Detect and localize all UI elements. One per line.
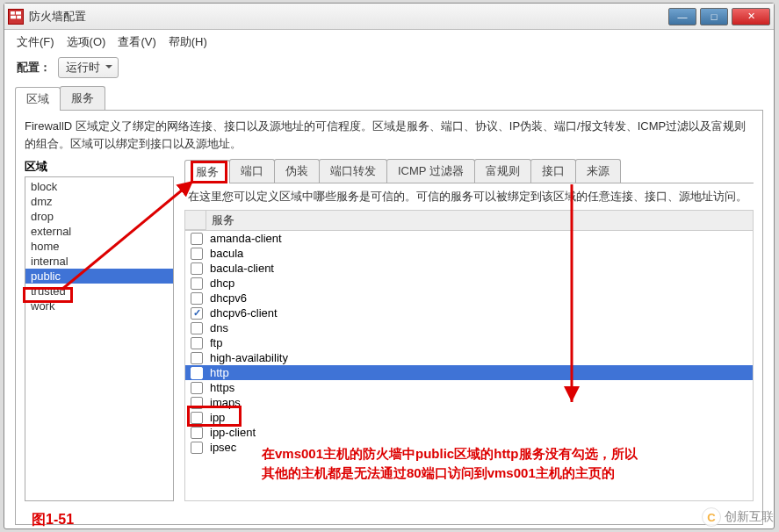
service-name: dhcpv6 [210,291,247,305]
zone-item-work[interactable]: work [25,298,173,313]
service-name: amanda-client [210,232,282,245]
window-buttons: — □ ✕ [668,8,770,25]
inner-tab[interactable]: 端口转发 [319,159,387,183]
minimize-button[interactable]: — [668,8,696,25]
service-checkbox[interactable] [191,277,203,290]
zone-item-internal[interactable]: internal [25,254,173,269]
annotation-text-line2: 其他的主机都是无法通过80端口访问到vms001主机的主页的 [262,465,615,482]
service-row-dns[interactable]: dns [185,320,753,335]
watermark: C 创新互联 [702,507,774,527]
service-row-http[interactable]: http [185,365,753,380]
service-checkbox[interactable] [191,442,203,454]
service-checkbox[interactable] [191,248,203,260]
zone-item-dmz[interactable]: dmz [25,194,173,209]
service-header: 服务 [206,210,754,230]
inner-tab[interactable]: 端口 [229,159,275,183]
service-checkbox[interactable] [191,412,203,424]
zone-item-external[interactable]: external [25,224,173,239]
menu-file[interactable]: 文件(F) [17,34,54,50]
service-checkbox[interactable] [191,322,203,334]
service-name: dhcp [210,277,234,290]
service-row-ftp[interactable]: ftp [185,335,753,350]
watermark-logo-icon: C [702,507,721,527]
watermark-text: 创新互联 [725,509,774,525]
maximize-button[interactable]: □ [700,8,728,25]
service-checkbox[interactable] [191,262,203,275]
service-checkbox[interactable] [191,292,203,305]
inner-tabstrip: 服务端口伪装端口转发ICMP 过滤器富规则接口来源 [184,159,754,183]
service-row-bacula-client[interactable]: bacula-client [185,261,753,276]
zone-item-home[interactable]: home [25,239,173,254]
service-row-ipp[interactable]: ipp [185,410,753,425]
service-name: dns [210,321,228,334]
service-name: ipsec [210,441,236,454]
service-row-dhcp[interactable]: dhcp [185,276,753,291]
menu-help[interactable]: 帮助(H) [169,34,207,50]
menubar: 文件(F) 选项(O) 查看(V) 帮助(H) [4,30,774,54]
menu-options[interactable]: 选项(O) [67,34,106,50]
service-checkbox[interactable] [191,307,203,320]
service-row-amanda-client[interactable]: amanda-client [185,231,753,246]
service-name: ipp-client [210,426,256,439]
inner-tab[interactable]: ICMP 过滤器 [386,159,475,183]
inner-tab[interactable]: 接口 [530,159,576,183]
titlebar: 防火墙配置 — □ ✕ [4,4,774,30]
service-name: ftp [210,336,222,349]
config-label: 配置： [17,60,51,75]
inner-tab[interactable]: 来源 [575,159,621,183]
svg-rect-3 [17,15,21,18]
service-row-https[interactable]: https [185,380,753,395]
svg-rect-1 [16,11,21,15]
service-checkbox[interactable] [191,352,203,364]
svg-rect-2 [11,15,16,18]
zone-item-drop[interactable]: drop [25,209,173,224]
service-name: imaps [210,396,241,409]
menu-view[interactable]: 查看(V) [118,34,155,50]
config-dropdown[interactable]: 运行时 [58,57,119,78]
annotation-figure-label: 图1-51 [32,511,74,529]
service-name: bacula [210,247,243,260]
service-name: high-availability [210,351,288,364]
close-button[interactable]: ✕ [732,8,770,25]
zone-label: 区域 [25,159,174,175]
service-checkbox[interactable] [191,337,203,349]
zone-description: FirewallD 区域定义了绑定的网络连接、接口以及源地址的可信程度。区域是服… [25,118,754,152]
config-bar: 配置： 运行时 [4,54,774,81]
service-name: http [210,366,229,379]
zone-item-block[interactable]: block [25,179,173,194]
inner-tab[interactable]: 伪装 [274,159,320,183]
inner-tab[interactable]: 服务 [184,160,230,183]
service-row-dhcpv6-client[interactable]: dhcpv6-client [185,306,753,320]
service-checkbox[interactable] [191,382,203,394]
firewall-icon [8,9,24,25]
window-title: 防火墙配置 [29,9,668,25]
service-row-high-availability[interactable]: high-availability [185,350,753,365]
service-name: dhcpv6-client [210,306,278,320]
service-row-ipp-client[interactable]: ipp-client [185,425,753,440]
svg-rect-0 [11,11,15,15]
service-row-imaps[interactable]: imaps [185,395,753,410]
service-row-bacula[interactable]: bacula [185,246,753,261]
tab-content: FirewallD 区域定义了绑定的网络连接、接口以及源地址的可信程度。区域是服… [15,111,763,525]
zone-list[interactable]: blockdmzdropexternalhomeinternalpublictr… [25,176,174,501]
service-name: bacula-client [210,262,274,275]
service-checkbox[interactable] [191,367,203,379]
annotation-text-line1: 在vms001主机的防火墙中public区域的http服务没有勾选，所以 [262,446,638,463]
service-name: https [210,381,234,394]
service-checkbox[interactable] [191,397,203,409]
service-description: 在这里您可以定义区域中哪些服务是可信的。可信的服务可以被绑定到该区域的任意连接、… [184,183,754,210]
config-value: 运行时 [66,61,100,74]
tab-zone[interactable]: 区域 [15,87,61,111]
service-checkbox[interactable] [191,427,203,439]
zone-column: 区域 blockdmzdropexternalhomeinternalpubli… [25,159,174,501]
service-checkbox[interactable] [191,233,203,245]
inner-tab[interactable]: 富规则 [474,159,531,183]
tab-service[interactable]: 服务 [60,86,105,110]
service-name: ipp [210,411,225,424]
zone-item-trusted[interactable]: trusted [25,284,173,298]
outer-tabstrip: 区域 服务 [15,86,763,111]
zone-item-public[interactable]: public [25,269,173,284]
service-row-dhcpv6[interactable]: dhcpv6 [185,291,753,306]
